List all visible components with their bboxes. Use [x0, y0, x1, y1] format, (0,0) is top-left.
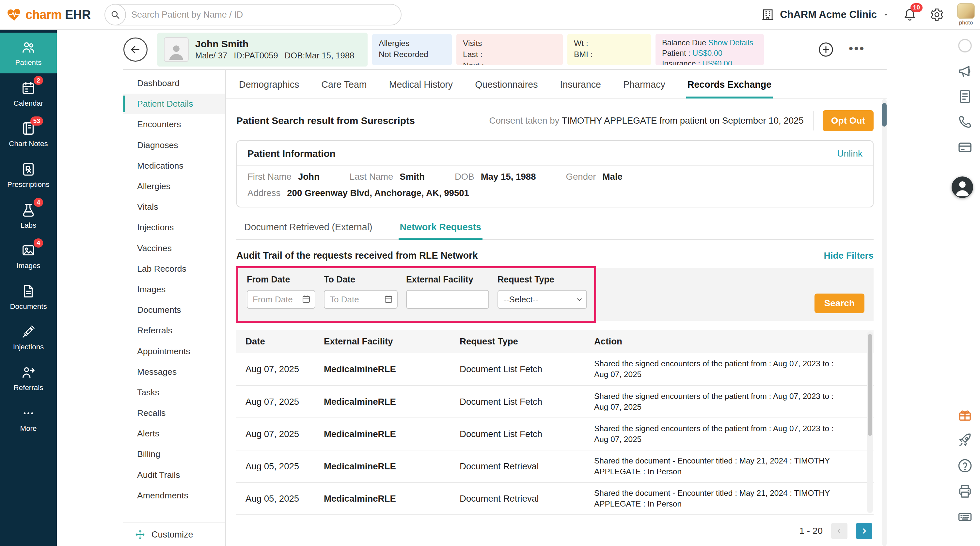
- back-button[interactable]: [123, 38, 148, 62]
- patient-nav-item-diagnoses[interactable]: Diagnoses: [123, 135, 225, 156]
- sidebar-item-injections[interactable]: Injections: [0, 317, 57, 358]
- patient-nav-item-patient-details[interactable]: Patient Details: [123, 94, 225, 114]
- keyboard-icon[interactable]: [957, 509, 973, 524]
- sidebar-item-documents[interactable]: Documents: [0, 276, 57, 317]
- sidebar-item-chart-notes[interactable]: 53Chart Notes: [0, 114, 57, 155]
- tab-questionnaires[interactable]: Questionnaires: [474, 79, 539, 98]
- tab-care-team[interactable]: Care Team: [320, 79, 368, 98]
- notification-badge: 10: [910, 3, 923, 12]
- patient-nav-item-documents[interactable]: Documents: [123, 300, 225, 320]
- tab-records-exchange[interactable]: Records Exchange: [686, 79, 773, 98]
- sidebar-item-label: Labs: [21, 221, 37, 230]
- patient-nav-item-referrals[interactable]: Referrals: [123, 320, 225, 341]
- request-type-select[interactable]: --Select--: [498, 290, 587, 309]
- unlink-link[interactable]: Unlink: [837, 148, 862, 159]
- cell-request-type: Document Retrieval: [460, 461, 589, 471]
- patient-nav-item-vaccines[interactable]: Vaccines: [123, 238, 225, 259]
- show-details-link[interactable]: Show Details: [708, 38, 753, 47]
- patient-nav-item-dashboard[interactable]: Dashboard: [123, 73, 225, 94]
- cell-action: Shared the signed encounters of the pati…: [594, 387, 845, 416]
- to-date-input[interactable]: [324, 290, 398, 309]
- search-input[interactable]: [126, 10, 401, 20]
- tab-network-requests[interactable]: Network Requests: [399, 218, 482, 239]
- patient-search-bar[interactable]: [105, 4, 401, 25]
- rocket-icon[interactable]: [957, 432, 973, 448]
- cell-external-facility: MedicalmineRLE: [324, 364, 454, 375]
- patient-nav-item-encounters[interactable]: Encounters: [123, 114, 225, 135]
- search-button[interactable]: Search: [815, 294, 864, 313]
- sidebar-item-calendar[interactable]: 2Calendar: [0, 73, 57, 114]
- table-scrollbar[interactable]: [867, 332, 873, 513]
- clinic-switcher[interactable]: ChARM Acme Clinic: [761, 8, 890, 22]
- patient-nav-item-vitals[interactable]: Vitals: [123, 197, 225, 217]
- sidebar-item-labs[interactable]: 4Labs: [0, 195, 57, 236]
- sidebar-item-referrals[interactable]: Referrals: [0, 358, 57, 398]
- more-icon: [21, 406, 36, 421]
- phone-icon[interactable]: [957, 114, 973, 130]
- next-page-button[interactable]: [856, 523, 872, 539]
- settings-gear-button[interactable]: [930, 8, 944, 22]
- tab-medical-history[interactable]: Medical History: [388, 79, 454, 98]
- patient-nav-item-audit-trails[interactable]: Audit Trails: [123, 465, 225, 485]
- visits-card[interactable]: Visits Last : Next :: [457, 34, 563, 65]
- patient-nav-item-messages[interactable]: Messages: [123, 362, 225, 382]
- patient-nav-item-alerts[interactable]: Alerts: [123, 423, 225, 444]
- notifications-button[interactable]: 10: [903, 8, 917, 22]
- vitals-card[interactable]: Wt : BMI :: [567, 34, 651, 65]
- card-icon[interactable]: [957, 140, 973, 155]
- scrollbar-thumb[interactable]: [882, 103, 887, 127]
- bmi-label: BMI :: [574, 49, 644, 60]
- cell-date: Aug 07, 2025: [245, 397, 319, 407]
- patient-nav-item-allergies[interactable]: Allergies: [123, 176, 225, 197]
- sidebar-item-more[interactable]: More: [0, 398, 57, 439]
- from-date-field: From Date: [247, 275, 315, 309]
- patient-name: John Smith: [195, 38, 354, 50]
- patient-photo-icon[interactable]: [951, 176, 974, 199]
- tab-demographics[interactable]: Demographics: [238, 79, 300, 98]
- form-icon[interactable]: [957, 89, 973, 105]
- patient-nav-item-images[interactable]: Images: [123, 279, 225, 300]
- patient-nav-item-billing[interactable]: Billing: [123, 444, 225, 465]
- sidebar-item-images[interactable]: 4Images: [0, 236, 57, 276]
- charmehr-logo[interactable]: charmEHR: [6, 7, 97, 22]
- main-scrollbar[interactable]: [882, 99, 887, 546]
- patient-nav-item-amendments[interactable]: Amendments: [123, 485, 225, 506]
- user-profile-avatar[interactable]: photo: [957, 3, 975, 26]
- sidebar-item-label: Patients: [15, 59, 42, 67]
- patient-summary-card[interactable]: John Smith Male/ 37 ID:PAT0059 DOB:Mar 1…: [158, 33, 368, 67]
- patient-nav-item-injections[interactable]: Injections: [123, 217, 225, 238]
- app-sidebar: Patients2Calendar53Chart NotesPrescripti…: [0, 30, 57, 546]
- sidebar-item-label: Chart Notes: [9, 140, 48, 148]
- sidebar-item-patients[interactable]: Patients: [0, 33, 57, 73]
- tab-document-retrieved-external[interactable]: Document Retrieved (External): [243, 218, 374, 239]
- from-date-input[interactable]: [247, 290, 315, 309]
- audit-table-header: Date External Facility Request Type Acti…: [236, 330, 873, 353]
- patient-nav-item-lab-records[interactable]: Lab Records: [123, 259, 225, 279]
- account-circle-icon[interactable]: [957, 38, 973, 54]
- patient-nav-item-tasks[interactable]: Tasks: [123, 382, 225, 403]
- announcement-icon[interactable]: [957, 63, 973, 79]
- cell-external-facility: MedicalmineRLE: [324, 397, 454, 407]
- tab-pharmacy[interactable]: Pharmacy: [622, 79, 667, 98]
- customize-button[interactable]: Customize: [123, 522, 225, 546]
- patient-nav-item-recalls[interactable]: Recalls: [123, 403, 225, 423]
- fax-icon[interactable]: [957, 483, 973, 499]
- prev-page-button[interactable]: [831, 523, 848, 539]
- help-icon[interactable]: [957, 458, 973, 474]
- hide-filters-link[interactable]: Hide Filters: [824, 251, 873, 261]
- scrollbar-thumb[interactable]: [868, 334, 872, 436]
- pagination: 1 - 20: [238, 523, 872, 539]
- tab-insurance[interactable]: Insurance: [558, 79, 602, 98]
- patient-nav-item-appointments[interactable]: Appointments: [123, 341, 225, 361]
- more-options-button[interactable]: •••: [849, 45, 865, 55]
- opt-out-button[interactable]: Opt Out: [822, 110, 873, 131]
- patient-nav-item-medications[interactable]: Medications: [123, 156, 225, 176]
- balance-card[interactable]: Balance Due Show Details Patient : US$0.…: [655, 34, 764, 65]
- allergies-card[interactable]: Allergies Not Recorded: [372, 34, 452, 65]
- weight-label: Wt :: [574, 38, 644, 49]
- gift-icon[interactable]: [957, 407, 973, 423]
- external-facility-input[interactable]: [406, 290, 489, 309]
- add-button[interactable]: [818, 41, 834, 58]
- sidebar-item-prescriptions[interactable]: Prescriptions: [0, 155, 57, 195]
- search-icon[interactable]: [105, 4, 126, 25]
